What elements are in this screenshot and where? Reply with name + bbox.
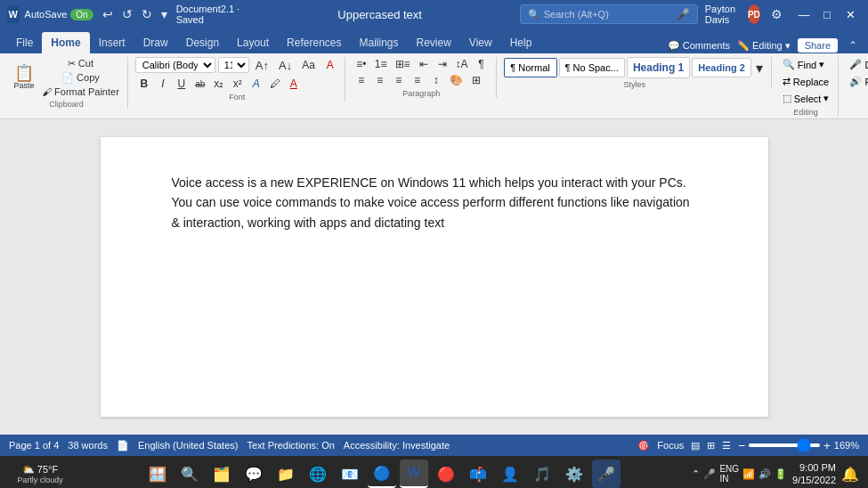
align-right-button[interactable]: ≡ [390, 73, 408, 87]
document-page[interactable]: Voice access is a new EXPERIENCE on Wind… [101, 137, 768, 417]
tab-mailings[interactable]: Mailings [350, 32, 407, 53]
language-info[interactable]: English (United States) [138, 440, 239, 451]
superscript-button[interactable]: x² [229, 77, 247, 91]
user-avatar[interactable]: PD [748, 4, 760, 24]
teams-button[interactable]: 🔵 [368, 460, 396, 488]
bold-button[interactable]: B [135, 77, 153, 91]
copy-button[interactable]: 📄 Copy [39, 71, 122, 85]
undo-button[interactable]: ↩ [99, 5, 117, 23]
mail-button[interactable]: 📧 [336, 460, 364, 488]
zoom-slider[interactable] [749, 443, 820, 447]
close-button[interactable]: ✕ [840, 5, 861, 23]
tab-draw[interactable]: Draw [134, 32, 177, 53]
document-content: Voice access is a new EXPERIENCE on Wind… [172, 173, 697, 232]
search-bar[interactable]: 🔍 🎤 [520, 4, 698, 24]
maximize-button[interactable]: □ [816, 5, 838, 23]
read-aloud-button[interactable]: 🔊 Read Aloud [846, 74, 868, 89]
search-input[interactable] [544, 9, 673, 20]
search-button[interactable]: 🔍 [175, 460, 204, 488]
subscript-button[interactable]: x₂ [210, 77, 228, 91]
italic-button[interactable]: I [154, 77, 172, 91]
more-button[interactable]: ▾ [158, 5, 171, 23]
paste-button[interactable]: 📋 Paste [11, 63, 37, 92]
ribbon-group-paragraph: ≡• 1≡ ⊞≡ ⇤ ⇥ ↕A ¶ ≡ ≡ ≡ ≡ ↕ 🎨 ⊞ Paragrap… [349, 57, 497, 98]
tab-home[interactable]: Home [42, 32, 89, 53]
edge-button[interactable]: 🌐 [304, 460, 332, 488]
settings-button[interactable]: ⚙ [767, 5, 786, 23]
share-button[interactable]: Share [798, 38, 838, 53]
align-left-button[interactable]: ≡ [353, 73, 370, 87]
weather-widget[interactable]: ⛅ 75°F Partly cloudy [9, 460, 71, 488]
accessibility-info[interactable]: Accessibility: Investigate [344, 440, 450, 451]
undo-arrow[interactable]: ↺ [118, 5, 136, 23]
highlight-button[interactable]: 🖊 [266, 77, 284, 91]
multilevel-button[interactable]: ⊞≡ [392, 57, 414, 71]
align-center-button[interactable]: ≡ [371, 73, 389, 87]
tab-help[interactable]: Help [501, 32, 541, 53]
format-painter-button[interactable]: 🖌 Format Painter [39, 85, 122, 98]
font-size-select[interactable]: 11 [218, 57, 249, 73]
underline-button[interactable]: U [173, 77, 191, 91]
font-grow-button[interactable]: A↑ [252, 58, 272, 73]
voice-access-button[interactable]: 🎤 [592, 460, 621, 488]
time-area[interactable]: 9:00 PM 9/15/2022 [792, 461, 836, 487]
change-case-button[interactable]: Aa [298, 58, 319, 72]
styles-scroll-down[interactable]: ▾ [753, 59, 766, 77]
tab-design[interactable]: Design [177, 32, 228, 53]
ribbon-expand-button[interactable]: ⌃ [845, 37, 861, 53]
taskview-button[interactable]: 🗂️ [207, 460, 236, 488]
tray-arrow[interactable]: ⌃ [692, 468, 700, 480]
focus-label[interactable]: Focus [657, 440, 684, 451]
text-effects-button[interactable]: A [247, 77, 265, 91]
widgets-button[interactable]: 💬 [239, 460, 268, 488]
style-no-spacing[interactable]: ¶ No Spac... [559, 58, 625, 77]
tab-insert[interactable]: Insert [90, 32, 134, 53]
outlook-button[interactable]: 📫 [464, 460, 492, 488]
sort-button[interactable]: ↕A [452, 57, 472, 71]
zoom-out-button[interactable]: − [738, 439, 745, 452]
clear-format-button[interactable]: A [321, 58, 339, 72]
font-color-button[interactable]: A [285, 77, 303, 91]
strikethrough-button[interactable]: ab [191, 78, 209, 90]
decrease-indent-button[interactable]: ⇤ [415, 57, 433, 71]
dictate-button[interactable]: 🎤 Dictate ▾ [846, 57, 868, 72]
style-heading2[interactable]: Heading 2 [692, 58, 751, 77]
find-button[interactable]: 🔍 Find ▾ [779, 57, 833, 72]
show-formatting-button[interactable]: ¶ [473, 57, 491, 71]
autosave-toggle[interactable]: On [70, 9, 93, 20]
minimize-button[interactable]: — [793, 5, 815, 23]
style-normal[interactable]: ¶ Normal [504, 58, 557, 77]
people-button[interactable]: 👤 [496, 460, 524, 488]
justify-button[interactable]: ≡ [409, 73, 426, 87]
style-heading1[interactable]: Heading 1 [627, 57, 690, 78]
word-taskbar-button[interactable]: W [400, 460, 428, 488]
redo-button[interactable]: ↻ [138, 5, 156, 23]
numbering-button[interactable]: 1≡ [371, 57, 391, 71]
lang-indicator[interactable]: ENGIN [719, 464, 739, 484]
tab-review[interactable]: Review [408, 32, 460, 53]
font-family-select[interactable]: Calibri (Body) [135, 57, 215, 73]
tab-view[interactable]: View [460, 32, 501, 53]
editing-mode-button[interactable]: ✏️ Editing ▾ [737, 40, 791, 52]
settings-taskbar-button[interactable]: ⚙️ [560, 460, 588, 488]
tab-layout[interactable]: Layout [228, 32, 278, 53]
bullets-button[interactable]: ≡• [353, 57, 370, 71]
tab-references[interactable]: References [278, 32, 350, 53]
predictions-info[interactable]: Text Predictions: On [247, 440, 334, 451]
select-button[interactable]: ⬚ Select ▾ [779, 91, 833, 106]
powerpoint-button[interactable]: 🔴 [432, 460, 460, 488]
replace-button[interactable]: ⇄ Replace [779, 74, 833, 89]
shading-button[interactable]: 🎨 [446, 73, 466, 87]
tab-file[interactable]: File [7, 32, 42, 53]
increase-indent-button[interactable]: ⇥ [434, 57, 451, 71]
comments-button[interactable]: 💬 Comments [668, 40, 730, 52]
start-button[interactable]: 🪟 [143, 460, 172, 488]
font-shrink-button[interactable]: A↓ [275, 58, 296, 73]
explorer-button[interactable]: 📁 [272, 460, 300, 488]
borders-button[interactable]: ⊞ [467, 73, 485, 87]
line-spacing-button[interactable]: ↕ [427, 73, 445, 87]
zoom-in-button[interactable]: + [823, 439, 831, 452]
cut-button[interactable]: ✂ Cut [39, 57, 122, 70]
xbox-button[interactable]: 🎵 [528, 460, 556, 488]
notification-icon[interactable]: 🔔 [841, 466, 859, 483]
